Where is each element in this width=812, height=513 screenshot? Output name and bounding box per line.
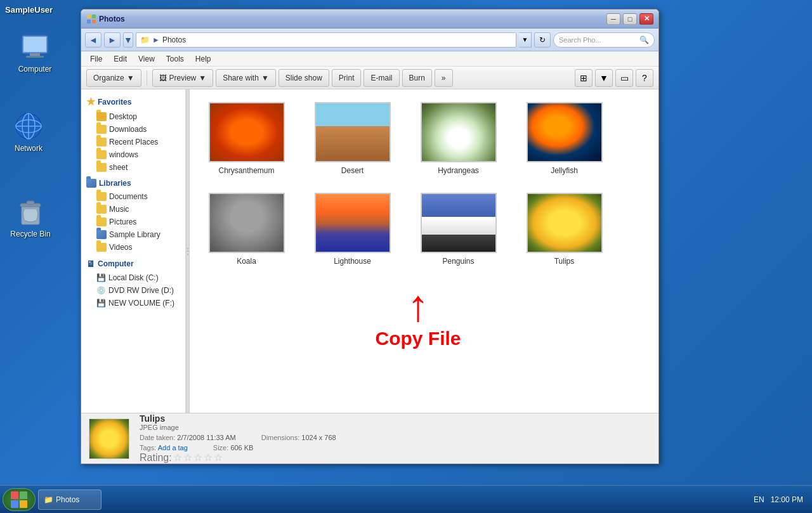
burn-button[interactable]: Burn [402,69,432,87]
desktop-icon-recycle-bin[interactable]: Recycle Bin [5,197,56,238]
file-item-lighthouse[interactable]: Lighthouse [303,188,402,271]
dropdown-arrow[interactable]: ▼ [123,32,133,48]
desktop-icon-network[interactable]: Network [3,111,54,153]
organize-button[interactable]: Organize ▼ [86,69,141,87]
status-size-label: Size: [213,444,228,451]
menu-bar: File Edit View Tools Help [81,51,658,67]
sidebar-item-music[interactable]: Music [81,203,185,216]
sidebar-item-sheet[interactable]: sheet [81,161,185,174]
burn-label: Burn [409,74,425,82]
favorites-header[interactable]: ★ Favorites [81,93,185,110]
sidebar-item-pictures[interactable]: Pictures [81,216,185,228]
star-4[interactable]: ☆ [204,451,213,464]
star-3[interactable]: ☆ [193,451,202,464]
address-dropdown-button[interactable]: ▼ [519,32,532,48]
search-bar[interactable]: Search Pho... 🔍 [553,32,655,48]
toolbar: Organize ▼ 🖼 Preview ▼ Share with ▼ Slid… [81,67,658,89]
file-item-penguins[interactable]: Penguins [409,188,508,271]
email-button[interactable]: E-mail [363,69,399,87]
libraries-header[interactable]: Libraries [81,176,185,190]
toolbar-separator-1 [147,70,147,86]
copy-file-overlay: ↑ Copy File [375,283,461,349]
sidebar-item-videos-label: Videos [109,243,132,252]
svg-rect-17 [20,491,27,499]
view-options-button[interactable]: ⊞ [575,69,593,87]
status-filename: Tulips [140,413,651,424]
menu-file[interactable]: File [85,53,107,65]
sidebar-item-recent-places[interactable]: Recent Places [81,136,185,148]
print-button[interactable]: Print [332,69,362,87]
sample-library-folder-icon [96,230,107,239]
status-tags-value[interactable]: Add a tag [158,444,188,451]
view-dropdown-button[interactable]: ▼ [595,69,613,87]
file-item-chrysanthemum[interactable]: Chrysanthemum [197,97,296,180]
share-with-button[interactable]: Share with ▼ [216,69,276,87]
taskbar-right: EN 12:00 PM [754,495,809,504]
sidebar-item-new-volume[interactable]: 💾 NEW VOLUME (F:) [81,297,185,309]
file-item-koala[interactable]: Koala [197,188,296,271]
sidebar-item-desktop[interactable]: Desktop [81,110,185,123]
menu-help[interactable]: Help [190,53,216,65]
svg-rect-13 [92,15,96,18]
system-clock: 12:00 PM [771,495,803,504]
file-item-tulips[interactable]: Tulips [515,188,613,271]
recycle-bin-icon-label: Recycle Bin [10,230,50,238]
slide-show-button[interactable]: Slide show [278,69,329,87]
toolbar-right-area: ⊞ ▼ ▭ ? [575,69,653,87]
taskbar-item-explorer[interactable]: 📁 Photos [38,490,102,510]
address-bar[interactable]: 📁 ► Photos [136,32,516,48]
network-icon [13,111,44,141]
file-item-hydrangeas[interactable]: Hydrangeas [409,97,508,180]
print-label: Print [339,74,355,82]
sidebar-item-downloads[interactable]: Downloads [81,123,185,136]
status-tags-label: Tags: [140,444,156,451]
sidebar-item-sample-library[interactable]: Sample Library [81,228,185,241]
menu-tools[interactable]: Tools [161,53,189,65]
status-date: Date taken: 2/7/2008 11:33 AM [140,434,236,441]
menu-edit[interactable]: Edit [108,53,132,65]
sidebar-item-pictures-label: Pictures [109,218,136,226]
koala-thumbnail [209,193,285,253]
email-label: E-mail [370,74,392,82]
more-button[interactable]: » [435,69,453,87]
sidebar-item-recent-places-label: Recent Places [109,138,158,146]
sidebar-item-documents[interactable]: Documents [81,190,185,203]
language-indicator: EN [754,495,764,504]
desert-label: Desert [341,166,363,175]
back-button[interactable]: ◄ [85,32,102,48]
menu-view[interactable]: View [133,53,160,65]
organize-dropdown-icon: ▼ [127,74,134,82]
star-2[interactable]: ☆ [183,451,192,464]
details-pane-button[interactable]: ▭ [615,69,633,87]
refresh-button[interactable]: ↻ [534,32,551,48]
title-bar: Photos ─ □ ✕ [81,10,658,29]
desktop-icon-computer[interactable]: Computer [10,32,60,74]
sidebar-item-downloads-label: Downloads [109,125,147,134]
maximize-button[interactable]: □ [623,13,637,25]
sidebar-item-desktop-label: Desktop [109,112,137,121]
content-area: Chrysanthemum Desert Hydrangeas Jellyfis… [190,89,658,413]
start-button[interactable] [3,488,36,511]
minimize-button[interactable]: ─ [606,13,620,25]
star-1[interactable]: ☆ [173,451,182,464]
computer-header[interactable]: 🖥 Computer [81,256,185,271]
sidebar-item-dvd-rw[interactable]: 💿 DVD RW Drive (D:) [81,284,185,297]
close-button[interactable]: ✕ [639,13,653,25]
copy-file-arrow-icon: ↑ [407,283,429,328]
preview-button[interactable]: 🖼 Preview ▼ [152,69,214,87]
sidebar-item-videos[interactable]: Videos [81,241,185,254]
svg-rect-12 [87,15,91,18]
new-volume-icon: 💾 [96,299,106,308]
status-size-value: 606 KB [230,444,253,451]
help-button[interactable]: ? [636,69,653,87]
jellyfish-thumbnail [527,102,603,162]
status-rating[interactable]: Rating: ☆ ☆ ☆ ☆ ☆ [140,451,651,464]
forward-button[interactable]: ► [104,32,121,48]
sidebar-item-windows[interactable]: windows [81,148,185,161]
sidebar: ★ Favorites Desktop Downloads Recent Pla… [81,89,186,413]
libraries-label: Libraries [99,179,131,188]
star-5[interactable]: ☆ [214,451,223,464]
file-item-jellyfish[interactable]: Jellyfish [515,97,613,180]
sidebar-item-local-disk[interactable]: 💾 Local Disk (C:) [81,271,185,284]
file-item-desert[interactable]: Desert [303,97,402,180]
